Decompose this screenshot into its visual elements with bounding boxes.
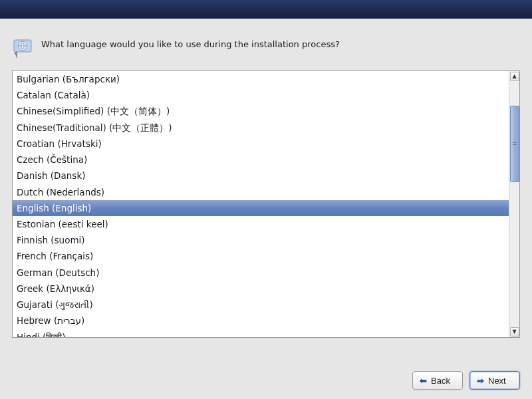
- language-option[interactable]: Estonian (eesti keel): [13, 216, 509, 232]
- language-option[interactable]: Danish (Dansk): [13, 168, 509, 184]
- arrow-left-icon: ⬅: [420, 376, 427, 386]
- language-flag-icon: [12, 37, 33, 59]
- scroll-track[interactable]: [510, 82, 519, 326]
- arrow-right-icon: ➡: [477, 376, 484, 386]
- language-option[interactable]: Finnish (suomi): [13, 232, 509, 248]
- next-button[interactable]: ➡ Next: [469, 371, 520, 390]
- language-option[interactable]: French (Français): [13, 248, 509, 264]
- language-option[interactable]: Hebrew (עברית): [13, 313, 509, 329]
- scroll-thumb[interactable]: [510, 106, 519, 182]
- language-option[interactable]: English (English): [13, 200, 509, 216]
- language-option[interactable]: Hindi (हिन्दी): [13, 329, 509, 338]
- language-list-container: Bulgarian (Български)Catalan (Català)Chi…: [12, 70, 520, 338]
- language-list[interactable]: Bulgarian (Български)Catalan (Català)Chi…: [13, 71, 509, 337]
- language-option[interactable]: Dutch (Nederlands): [13, 184, 509, 200]
- language-option[interactable]: Greek (Ελληνικά): [13, 281, 509, 297]
- language-option[interactable]: German (Deutsch): [13, 265, 509, 281]
- language-option[interactable]: Gujarati (ગુજરાતી): [13, 297, 509, 313]
- scrollbar[interactable]: ▲ ▼: [509, 71, 519, 337]
- language-option[interactable]: Chinese(Simplified) (中文（简体）): [13, 103, 509, 119]
- back-button[interactable]: ⬅ Back: [412, 371, 463, 390]
- language-option[interactable]: Chinese(Traditional) (中文（正體）): [13, 120, 509, 136]
- next-button-label: Next: [488, 376, 506, 386]
- footer-buttons: ⬅ Back ➡ Next: [412, 371, 520, 390]
- language-option[interactable]: Bulgarian (Български): [13, 71, 509, 87]
- scroll-up-button[interactable]: ▲: [510, 72, 519, 81]
- language-option[interactable]: Catalan (Català): [13, 87, 509, 103]
- top-banner: [0, 0, 532, 19]
- header: What language would you like to use duri…: [0, 19, 532, 70]
- language-option[interactable]: Czech (Čeština): [13, 152, 509, 168]
- scroll-down-button[interactable]: ▼: [510, 327, 519, 336]
- prompt-text: What language would you like to use duri…: [41, 37, 340, 51]
- back-button-label: Back: [431, 376, 450, 386]
- language-option[interactable]: Croatian (Hrvatski): [13, 136, 509, 152]
